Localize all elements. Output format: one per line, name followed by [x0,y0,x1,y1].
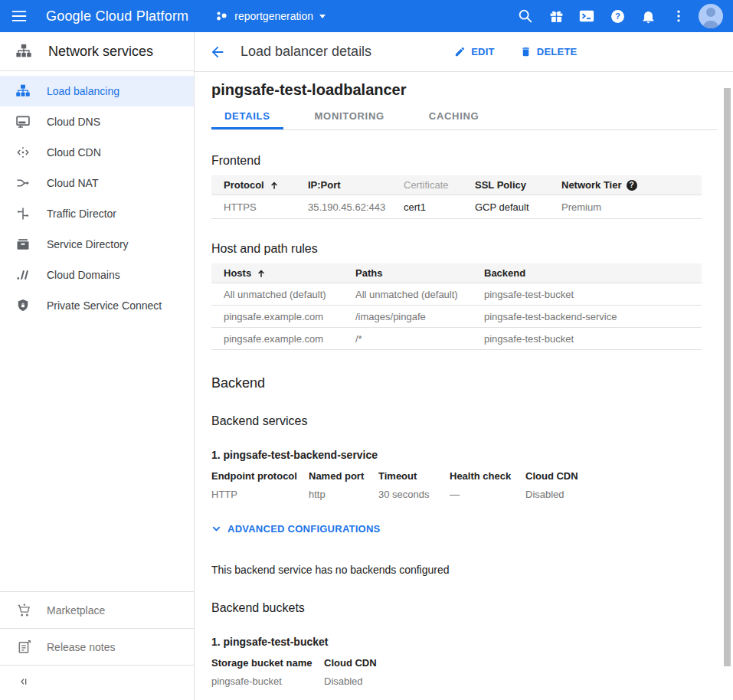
edit-button[interactable]: EDIT [454,46,495,57]
header-actions: ? [510,1,733,31]
search-icon[interactable] [510,1,541,31]
domains-slashes-icon [15,267,31,283]
monitor-icon [15,114,31,129]
tab-monitoring[interactable]: MONITORING [302,104,398,129]
chevron-down-icon [319,15,326,18]
main-panel: Load balancer details EDIT DELETE pingsa… [195,32,733,700]
backend-heading: Backend [211,375,718,391]
nat-arrows-icon [15,175,31,191]
archive-box-icon [15,237,31,252]
loadbalancer-name: pingsafe-test-loadbalancer [211,81,718,99]
app-header: Google Cloud Platform reportgeneration ? [0,0,733,32]
sidebar-item-private-service-connect[interactable]: Private Service Connect [0,290,194,321]
sidebar-header: Network services [0,32,194,71]
sidebar-item-load-balancing[interactable]: Load balancing [0,76,194,106]
network-services-icon [15,43,32,60]
tab-bar: DETAILS MONITORING CACHING [211,104,718,130]
backend-bucket-fields: Storage bucket name pingsafe-bucket Clou… [211,657,718,687]
sidebar-item-cloud-domains[interactable]: Cloud Domains [0,260,194,290]
column-backend[interactable]: Backend [484,267,702,279]
help-badge-icon[interactable]: ? [627,180,637,191]
collapse-sidebar-button[interactable] [0,665,194,700]
host-path-table-header: Hosts Paths Backend [211,263,702,283]
chevron-down-icon [211,524,221,534]
field-cloud-cdn: Cloud CDN Disabled [525,470,578,500]
sidebar-footer: Marketplace Release notes [0,591,194,700]
sort-ascending-icon [270,181,279,190]
sidebar-item-cloud-cdn[interactable]: Cloud CDN [0,137,194,168]
host-path-rules-heading: Host and path rules [211,242,718,256]
page-title: Load balancer details [241,44,371,60]
column-ssl-policy[interactable]: SSL Policy [475,179,561,191]
frontend-table-row: HTTPS 35.190.45.62:443 cert1 GCP default… [211,195,702,219]
avatar[interactable] [699,4,723,28]
backend-bucket-item-title: 1. pingsafe-test-bucket [211,636,718,648]
project-switcher[interactable]: reportgeneration [216,10,326,22]
sidebar-item-cloud-dns[interactable]: Cloud DNS [0,106,194,137]
column-ip-port[interactable]: IP:Port [308,179,404,191]
no-backends-message: This backend service has no backends con… [211,564,718,576]
sidebar-item-marketplace[interactable]: Marketplace [0,591,194,628]
field-timeout: Timeout 30 seconds [378,470,450,500]
sidebar-title: Network services [48,44,153,60]
field-storage-bucket-name: Storage bucket name pingsafe-bucket [211,657,324,687]
menu-icon[interactable] [3,0,35,32]
cloud-shell-icon[interactable] [571,1,602,31]
column-certificate[interactable]: Certificate [404,179,475,191]
column-hosts[interactable]: Hosts [211,267,355,279]
frontend-table-header: Protocol IP:Port Certificate SSL Policy … [211,175,702,195]
backend-service-item-title: 1. pingsafe-test-backend-service [211,449,718,461]
sidebar-item-traffic-director[interactable]: Traffic Director [0,198,194,229]
tab-caching[interactable]: CACHING [416,104,492,129]
column-network-tier[interactable]: Network Tier ? [561,179,702,191]
more-vertical-icon[interactable] [663,1,694,31]
host-path-row: pingsafe.example.com /* pingsafe-test-bu… [211,328,702,350]
shopping-cart-icon [17,603,32,618]
sidebar-item-service-directory[interactable]: Service Directory [0,229,194,260]
field-endpoint-protocol: Endpoint protocol HTTP [211,470,309,500]
host-path-row: pingsafe.example.com /images/pingafe pin… [211,306,702,328]
tab-details[interactable]: DETAILS [211,104,283,129]
cdn-diamond-icon [15,145,31,160]
backend-service-fields: Endpoint protocol HTTP Named port http T… [211,470,718,500]
traffic-director-icon [15,206,31,221]
sidebar: Network services Load balancing Cloud DN… [0,32,195,700]
content: pingsafe-test-loadbalancer DETAILS MONIT… [195,81,733,687]
brand-title[interactable]: Google Cloud Platform [46,8,188,25]
collapse-left-icon [17,675,29,691]
scrollbar-thumb[interactable] [724,88,731,666]
sidebar-item-cloud-nat[interactable]: Cloud NAT [0,168,194,198]
field-named-port: Named port http [309,470,378,500]
host-path-rules-table: Hosts Paths Backend All unmatched (defau… [211,263,702,350]
advanced-configurations-toggle[interactable]: ADVANCED CONFIGURATIONS [211,523,718,535]
backend-services-heading: Backend services [211,414,718,428]
project-name: reportgeneration [234,10,313,22]
avatar-person-icon [706,8,715,17]
gift-icon[interactable] [541,1,571,31]
action-bar: Load balancer details EDIT DELETE [195,32,733,72]
scrollbar[interactable] [720,72,733,700]
delete-button[interactable]: DELETE [520,46,578,57]
help-icon[interactable]: ? [602,1,633,31]
column-paths[interactable]: Paths [355,267,484,279]
backend-buckets-heading: Backend buckets [211,601,718,615]
field-health-check: Health check — [450,470,525,500]
sidebar-nav: Load balancing Cloud DNS Cloud CDN Cloud… [0,71,194,321]
edit-label: EDIT [471,46,495,57]
release-notes-icon [17,639,32,655]
host-path-row: All unmatched (default) All unmatched (d… [211,283,702,306]
svg-text:?: ? [615,11,620,21]
back-arrow-icon[interactable] [209,44,226,61]
delete-label: DELETE [537,46,578,57]
frontend-table: Protocol IP:Port Certificate SSL Policy … [211,175,702,219]
sitemap-icon [15,83,31,99]
notifications-bell-icon[interactable] [633,1,663,31]
sort-ascending-icon [257,269,266,278]
column-protocol[interactable]: Protocol [211,179,308,191]
frontend-heading: Frontend [211,154,718,168]
shield-lock-icon [15,298,31,313]
sidebar-item-release-notes[interactable]: Release notes [0,628,194,665]
project-icon [216,10,228,22]
field-bucket-cloud-cdn: Cloud CDN Disabled [324,657,377,687]
